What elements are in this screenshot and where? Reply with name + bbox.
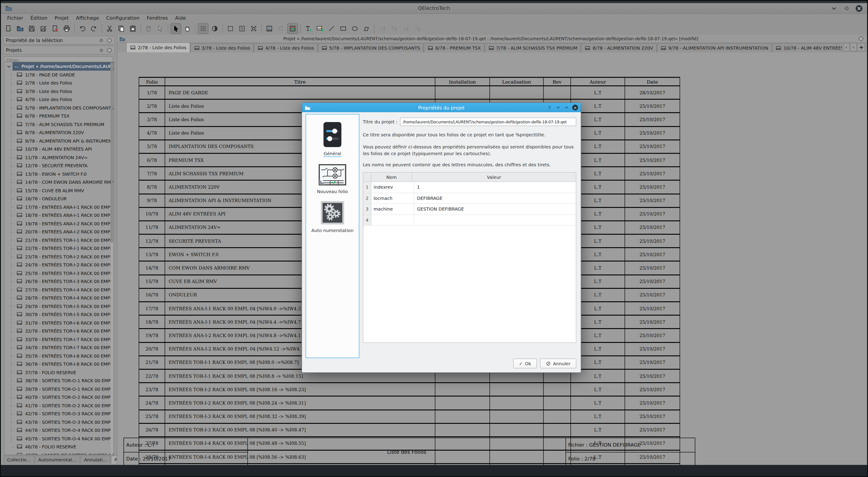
selection-rect-button[interactable] — [225, 23, 236, 34]
tree-item-folio[interactable]: 25/78 - ENTRÉES TOR-I-3 RACK 00 EMPL 0..… — [4, 269, 114, 277]
tree-item-folio[interactable]: 46/78 - FOLIO RESERVE — [4, 443, 114, 451]
property-name-cell[interactable]: machine — [371, 204, 414, 214]
open-file-button[interactable] — [15, 23, 26, 34]
print-button[interactable] — [61, 23, 72, 34]
tree-item-folio[interactable]: 42/78 - SORTIES TOR-O-3 RACK 00 EMPL ... — [4, 410, 114, 418]
tree-item-folio[interactable]: 8/78 - ALIMENTATION 220V — [4, 129, 114, 137]
folio-tab[interactable]: 3/78 - Liste des Folios — [190, 43, 254, 52]
tree-item-folio[interactable]: 2/78 - Liste des Folios — [4, 79, 114, 87]
undo-button[interactable] — [77, 23, 88, 34]
close-icon[interactable] — [856, 5, 863, 12]
tree-item-folio[interactable]: 13/78 - EWON + SWITCH F.0 — [4, 170, 114, 178]
add-ellipse-button[interactable] — [349, 23, 360, 34]
add-folio-tab-icon[interactable]: + — [857, 43, 865, 52]
tree-item-folio[interactable]: 43/78 - SORTIES TOR-O-3 RACK 00 EMPL ... — [4, 418, 114, 426]
redo-button[interactable] — [89, 23, 99, 34]
select-mode-button[interactable] — [170, 23, 181, 34]
folio-tab[interactable]: 7/78 - ALIM SCHASSIS TSX PREMIUM — [484, 43, 581, 52]
project-title-input[interactable] — [400, 117, 576, 126]
cancel-button[interactable]: Annuler — [540, 359, 576, 368]
tree-item-folio[interactable]: 17/78 - ENTRÉES ANA-I-1 RACK 00 EMPL 0..… — [4, 203, 114, 211]
menu-fichier[interactable]: Fichier — [4, 14, 27, 22]
add-image-button[interactable] — [314, 23, 325, 34]
menu-projet[interactable]: Projet — [51, 14, 72, 22]
close-dock-icon[interactable] — [106, 47, 112, 53]
save-button[interactable] — [26, 23, 37, 34]
scrollbar-thumb[interactable] — [111, 63, 113, 243]
paste-button[interactable] — [127, 23, 138, 34]
selection-adjust-button[interactable] — [248, 23, 259, 34]
tree-item-folio[interactable]: 40/78 - SORTIES TOR-O-2 RACK 00 EMPL ... — [4, 393, 114, 402]
tree-item-folio[interactable]: 39/78 - SORTIES TOR-O-1 RACK 00 EMPL ... — [4, 385, 114, 393]
float-dock-icon[interactable] — [98, 47, 104, 53]
tree-item-folio[interactable]: 23/78 - ENTRÉES TOR-I-2 RACK 00 EMPL 0..… — [4, 252, 114, 261]
tree-item-folio[interactable]: 16/78 - ONDULEUR — [4, 195, 114, 203]
menu-affichage[interactable]: Affichage — [72, 14, 102, 22]
grid-toggle-button[interactable] — [198, 23, 209, 34]
dialog-category-autonumerotation[interactable]: Auto numerotation — [306, 194, 359, 233]
tree-item-folio[interactable]: 22/78 - ENTRÉES TOR-I-1 RACK 00 EMPL 0..… — [4, 244, 114, 252]
tree-item-project-root[interactable]: Projet « /home/laurent/Documents/LAUREN.… — [4, 62, 114, 71]
tree-item-folio[interactable]: 9/78 - ALIMENTATION API & INSTRUMEN... — [4, 137, 114, 145]
conductor-editor-button[interactable]: E — [264, 23, 275, 34]
tree-item-folio[interactable]: 19/78 - ENTRÉES ANA-I-2 RACK 00 EMPL 0..… — [4, 219, 114, 228]
property-value-cell[interactable]: GESTION DEFIBRAGE — [414, 204, 576, 214]
dialog-help-icon[interactable]: ? — [547, 105, 552, 110]
tree-scrollbar[interactable] — [111, 63, 113, 454]
menu-edition[interactable]: Édition — [27, 14, 51, 22]
tree-item-folio[interactable]: 18/78 - ENTRÉES ANA-I-1 RACK 00 EMPL 0..… — [4, 211, 114, 219]
tabs-scroll-left-icon[interactable]: ‹ — [843, 43, 850, 52]
mdi-titlebar[interactable]: Projet « /home/laurent/Documents/LAURENT… — [117, 35, 866, 43]
menu-fenetres[interactable]: Fenêtres — [143, 14, 172, 22]
folio-tab[interactable]: 6/78 - PREMIUM TSX — [424, 43, 484, 52]
tree-item-folio[interactable]: 12/78 - SECURITÉ PREVENTA — [4, 162, 114, 170]
copy-button[interactable] — [116, 23, 127, 34]
dialog-titlebar[interactable]: Propriétés du projet ? × — [302, 103, 581, 112]
ok-button[interactable]: ✓ Ok — [513, 359, 537, 368]
titlebar[interactable]: QElectroTech — [1, 3, 867, 14]
tree-item-folio[interactable]: 36/78 - ENTRÉES TOR-I-8 RACK 00 EMPL 0..… — [4, 360, 114, 368]
new-file-button[interactable] — [3, 23, 14, 34]
property-name-cell[interactable] — [371, 215, 414, 225]
tree-item-folio[interactable]: 20/78 - ENTRÉES ANA-I-2 RACK 00 EMPL 0..… — [4, 228, 114, 236]
tree-item-folio[interactable]: 38/78 - SORTIES TOR-O-1 RACK 00 EMPL ... — [4, 377, 114, 385]
menu-configuration[interactable]: Configuration — [103, 14, 143, 22]
folio-tab[interactable]: 2/78 - Liste des Folios — [126, 43, 190, 52]
tree-item-folio[interactable]: 3/78 - Liste des Folios — [4, 87, 114, 96]
tree-item-folio[interactable]: 14/78 - COM EWON DANS ARMOIRE RMV — [4, 178, 114, 186]
tree-item-folio[interactable]: 47/78 - VANNES DE SORTIES CUVIERS ST... — [4, 451, 114, 455]
property-name-cell[interactable]: indexrev — [371, 182, 414, 193]
folio-tab[interactable]: 8/78 - ALIMENTATION 220V — [581, 43, 657, 52]
property-value-cell[interactable]: 1 — [414, 182, 576, 193]
tree-item-folio[interactable]: 32/78 - ENTRÉES TOR-I-6 RACK 00 EMPL 0..… — [4, 327, 114, 335]
dock-tab-annulati[interactable]: Annulati... — [81, 455, 111, 464]
cut-button[interactable] — [104, 23, 115, 34]
tree-item-folio[interactable]: 44/78 - SORTIES TOR-O-4 RACK 00 EMPL ... — [4, 426, 114, 435]
tree-item-folio[interactable]: 29/78 - ENTRÉES TOR-I-5 RACK 00 EMPL 0..… — [4, 302, 114, 310]
minimize-icon[interactable] — [830, 5, 838, 12]
dock-tab-collectio[interactable]: Collectio... — [4, 455, 34, 464]
float-dock-icon[interactable] — [98, 37, 104, 43]
tree-item-folio[interactable]: 33/78 - ENTRÉES TOR-I-7 RACK 00 EMPL 0..… — [4, 335, 114, 344]
tree-item-folio[interactable]: 1/78 - PAGE DE GARDE — [4, 71, 114, 79]
dock-tab-autonumerotat[interactable]: Autonumerotat... — [35, 455, 80, 464]
contrast-toggle-button[interactable] — [209, 23, 220, 34]
dialog-maximize-icon[interactable] — [564, 105, 569, 110]
tree-item-folio[interactable]: 21/78 - ENTRÉES TOR-I-1 RACK 00 EMPL 0..… — [4, 236, 114, 244]
add-text-button[interactable] — [303, 23, 314, 34]
tree-item-folio[interactable]: 37/78 - FOLIO RESERVE — [4, 368, 114, 377]
add-rectangle-button[interactable] — [338, 23, 348, 34]
folio-tab[interactable]: 9/78 - ALIMENTATION API INSTRUMENTATION — [657, 43, 772, 52]
folio-tab[interactable]: 4/78 - Liste des Folios — [254, 43, 317, 52]
tree-item-folio[interactable]: 15/78 - CUVE EB ALIM RMV — [4, 186, 114, 195]
tree-item-folio[interactable]: 26/78 - ENTRÉES TOR-I-3 RACK 00 EMPL 0..… — [4, 277, 114, 286]
tree-item-folio[interactable]: 31/78 - ENTRÉES TOR-I-6 RACK 00 EMPL 0..… — [4, 319, 114, 327]
tree-item-folio[interactable]: 6/78 - PREMIUM TSX — [4, 112, 114, 120]
selection-content-button[interactable] — [237, 23, 247, 34]
tree-item-folio[interactable]: 27/78 - ENTRÉES TOR-I-4 RACK 00 EMPL 0..… — [4, 286, 114, 294]
maximize-icon[interactable] — [843, 5, 850, 12]
close-file-button[interactable] — [50, 23, 60, 34]
pan-mode-button[interactable] — [182, 23, 193, 34]
add-line-button[interactable] — [326, 23, 337, 34]
project-tree[interactable]: Projet « /home/laurent/Documents/LAUREN.… — [4, 62, 114, 455]
